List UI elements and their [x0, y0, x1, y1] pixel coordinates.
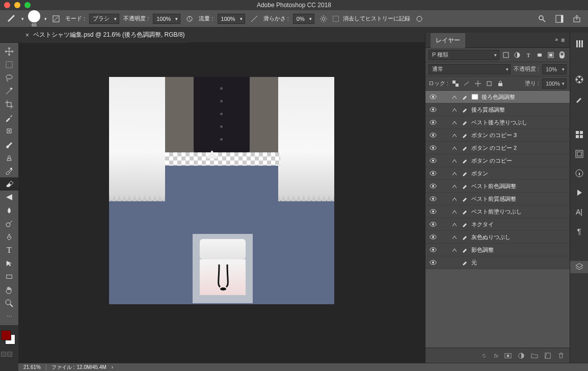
- color-panel-icon[interactable]: [573, 73, 585, 86]
- layer-fx-icon[interactable]: fx: [494, 353, 498, 359]
- layer-row[interactable]: ネクタイ: [425, 218, 570, 231]
- brushes-panel-icon[interactable]: [573, 93, 585, 105]
- flow-dropdown[interactable]: 100%: [218, 14, 245, 24]
- share-icon[interactable]: [572, 14, 582, 24]
- filter-text-icon[interactable]: T: [524, 50, 533, 60]
- workspace-icon[interactable]: [554, 14, 565, 24]
- visibility-icon[interactable]: [429, 158, 438, 163]
- eraser-tool[interactable]: [0, 177, 18, 191]
- visibility-icon[interactable]: [429, 234, 438, 240]
- filter-smart-icon[interactable]: [546, 50, 555, 60]
- layer-row[interactable]: 元: [425, 256, 570, 269]
- magic-wand-tool[interactable]: [0, 85, 18, 98]
- quick-mask-toggle[interactable]: [1, 352, 12, 357]
- layer-row[interactable]: ボタン のコピー 2: [425, 142, 570, 154]
- pressure-size-icon[interactable]: [414, 14, 424, 24]
- airbrush-icon[interactable]: [249, 14, 259, 24]
- document-tab[interactable]: × ベストシャツ編集.psd @ 21.6% (後ろ色調調整, RGB/8): [20, 28, 190, 43]
- blend-mode-dropdown[interactable]: ブラシ: [89, 14, 119, 24]
- zoom-tool[interactable]: [0, 297, 18, 310]
- blur-tool[interactable]: [0, 204, 18, 217]
- layers-tab[interactable]: レイヤー: [431, 33, 465, 48]
- visibility-icon[interactable]: [429, 171, 438, 176]
- actions-panel-icon[interactable]: [573, 187, 585, 199]
- layer-filter-dropdown[interactable]: P 種類: [429, 50, 499, 60]
- blend-mode-dropdown[interactable]: 通常: [429, 64, 511, 74]
- filter-shape-icon[interactable]: [535, 50, 544, 60]
- close-window-button[interactable]: [4, 2, 10, 8]
- layer-row[interactable]: 後ろ質感調整: [425, 103, 570, 116]
- layer-row[interactable]: ベスト前色調調整: [425, 180, 570, 193]
- layer-row[interactable]: 影色調整: [425, 244, 570, 256]
- layer-mask-icon[interactable]: [504, 352, 512, 359]
- visibility-icon[interactable]: [429, 183, 438, 189]
- clone-stamp-tool[interactable]: [0, 151, 18, 164]
- close-tab-icon[interactable]: ×: [25, 32, 29, 39]
- canvas-area[interactable]: [18, 43, 425, 363]
- eyedropper-tool[interactable]: [0, 111, 18, 124]
- hand-tool[interactable]: [0, 283, 18, 297]
- text-tool[interactable]: T: [0, 244, 18, 257]
- lock-all-icon[interactable]: [496, 80, 504, 88]
- visibility-icon[interactable]: [429, 107, 438, 112]
- info-panel-icon[interactable]: [573, 167, 585, 179]
- layer-row[interactable]: ベスト前塗りつぶし: [425, 205, 570, 218]
- swatches-panel-icon[interactable]: [573, 128, 585, 141]
- history-checkbox[interactable]: [333, 16, 339, 22]
- layer-row[interactable]: 灰色ぬりつぶし: [425, 231, 570, 244]
- trash-icon[interactable]: [557, 352, 565, 359]
- visibility-icon[interactable]: [429, 260, 438, 265]
- visibility-icon[interactable]: [429, 196, 438, 201]
- search-icon[interactable]: [537, 14, 547, 24]
- filter-pixel-icon[interactable]: [501, 50, 511, 60]
- visibility-icon[interactable]: [429, 145, 438, 150]
- layers-panel-icon[interactable]: [570, 261, 589, 273]
- gear-icon[interactable]: [318, 14, 329, 24]
- foreground-color[interactable]: [1, 330, 11, 340]
- marquee-tool[interactable]: [0, 58, 18, 71]
- lock-transparency-icon[interactable]: [451, 80, 460, 88]
- chevron-down-icon[interactable]: ▾: [44, 16, 47, 21]
- panel-collapse-icon[interactable]: »: [555, 37, 558, 44]
- pen-tool[interactable]: [0, 230, 18, 244]
- visibility-icon[interactable]: [429, 120, 438, 125]
- minimize-window-button[interactable]: [14, 2, 20, 8]
- fill-dropdown[interactable]: 100%: [542, 78, 567, 89]
- crop-tool[interactable]: [0, 98, 18, 111]
- pressure-opacity-icon[interactable]: [184, 14, 195, 24]
- color-swatches[interactable]: [1, 330, 17, 347]
- layer-row[interactable]: ベスト後ろ塗りつぶし: [425, 116, 570, 129]
- fullscreen-window-button[interactable]: [24, 2, 31, 8]
- brush-preview[interactable]: [28, 10, 40, 22]
- paragraph-panel-icon[interactable]: ¶: [573, 225, 585, 237]
- gradient-tool[interactable]: [0, 191, 18, 204]
- panel-menu-icon[interactable]: ≡: [561, 37, 565, 44]
- link-layers-icon[interactable]: [480, 352, 488, 359]
- path-selection-tool[interactable]: [0, 257, 18, 270]
- visibility-icon[interactable]: [429, 247, 438, 252]
- rectangle-tool[interactable]: [0, 270, 18, 283]
- patterns-panel-icon[interactable]: [573, 148, 585, 160]
- lasso-tool[interactable]: [0, 71, 18, 85]
- dodge-tool[interactable]: [0, 217, 18, 230]
- smoothing-dropdown[interactable]: 0%: [293, 14, 314, 24]
- layer-opacity-dropdown[interactable]: 10%: [542, 64, 567, 74]
- visibility-icon[interactable]: [429, 94, 438, 99]
- adjustment-layer-icon[interactable]: [518, 352, 525, 359]
- lock-artboard-icon[interactable]: [485, 80, 493, 88]
- document-canvas[interactable]: [109, 77, 334, 304]
- layer-row[interactable]: 後ろ色調調整: [425, 91, 570, 103]
- new-layer-icon[interactable]: [544, 352, 551, 359]
- brush-tool[interactable]: [0, 138, 18, 151]
- move-tool[interactable]: [0, 45, 18, 58]
- visibility-icon[interactable]: [429, 222, 438, 227]
- layer-row[interactable]: ボタン のコピー 3: [425, 129, 570, 142]
- layer-row[interactable]: ベスト前質感調整: [425, 193, 570, 205]
- layer-row[interactable]: ボタン: [425, 167, 570, 180]
- healing-brush-tool[interactable]: [0, 124, 18, 138]
- character-panel-icon[interactable]: A|: [573, 206, 585, 218]
- visibility-icon[interactable]: [429, 132, 438, 138]
- visibility-icon[interactable]: [429, 209, 438, 214]
- layer-row[interactable]: ボタン のコピー: [425, 154, 570, 167]
- opacity-dropdown[interactable]: 100%: [153, 14, 180, 24]
